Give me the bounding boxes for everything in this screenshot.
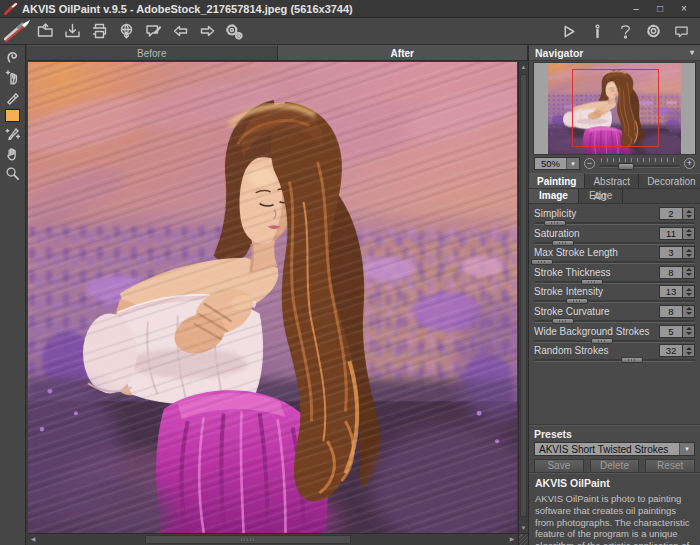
preset-selected-value: AKVIS Short Twisted Strokes bbox=[535, 444, 679, 455]
print-button[interactable] bbox=[86, 19, 113, 43]
zoom-controls: 50% ▾ − + bbox=[529, 155, 700, 171]
scroll-down-icon[interactable]: ▼ bbox=[519, 523, 528, 533]
redo-button[interactable] bbox=[194, 19, 221, 43]
slider-label: Saturation bbox=[534, 228, 659, 239]
import-from-web-button[interactable] bbox=[113, 19, 140, 43]
view-tabs: Before After bbox=[27, 45, 528, 61]
slider-value-box[interactable]: 13 bbox=[659, 285, 683, 298]
slider-track[interactable] bbox=[534, 319, 695, 324]
slider-value-box[interactable]: 5 bbox=[659, 325, 683, 338]
slider-handle[interactable] bbox=[544, 220, 566, 226]
zoom-in-button[interactable]: + bbox=[684, 158, 695, 169]
slider-label: Max Stroke Length bbox=[534, 247, 659, 258]
slider-track[interactable] bbox=[534, 299, 695, 304]
minimize-button[interactable]: – bbox=[624, 1, 648, 17]
slider-row-random-strokes: Random Strokes 32 bbox=[534, 344, 695, 364]
slider-spinner[interactable] bbox=[683, 246, 695, 259]
slider-handle[interactable] bbox=[552, 240, 574, 246]
slider-spinner[interactable] bbox=[683, 227, 695, 240]
slider-value-box[interactable]: 11 bbox=[659, 227, 683, 240]
save-button[interactable] bbox=[59, 19, 86, 43]
slider-track[interactable] bbox=[534, 339, 695, 344]
tab-before[interactable]: Before bbox=[27, 45, 278, 60]
scroll-left-icon[interactable]: ◀ bbox=[28, 534, 38, 545]
slider-row-stroke-curvature: Stroke Curvature 8 bbox=[534, 305, 695, 325]
collapse-caret-icon[interactable]: ▾ bbox=[690, 48, 694, 57]
window-title: AKVIS OilPaint v.9.5 - AdobeStock_217657… bbox=[22, 3, 353, 15]
tab-after[interactable]: After bbox=[278, 45, 529, 60]
slider-track[interactable] bbox=[534, 241, 695, 246]
slider-track[interactable] bbox=[534, 358, 695, 363]
save-preset-button[interactable]: Save bbox=[534, 459, 584, 473]
slider-handle[interactable] bbox=[552, 318, 574, 324]
slider-spinner[interactable] bbox=[683, 305, 695, 318]
feedback-icon[interactable] bbox=[670, 19, 692, 43]
maximize-button[interactable]: □ bbox=[648, 1, 672, 17]
toolbar-right-group bbox=[558, 19, 692, 43]
share-button[interactable] bbox=[140, 19, 167, 43]
slider-track[interactable] bbox=[534, 260, 695, 265]
slider-row-max-stroke-length: Max Stroke Length 3 bbox=[534, 246, 695, 266]
slider-row-stroke-intensity: Stroke Intensity 13 bbox=[534, 285, 695, 305]
preset-caret-icon[interactable]: ▾ bbox=[679, 443, 694, 455]
tab-image[interactable]: Image bbox=[529, 189, 579, 203]
delete-preset-button[interactable]: Delete bbox=[590, 459, 640, 473]
tab-abstract-art[interactable]: Abstract Art bbox=[585, 173, 639, 188]
vertical-scroll-thumb[interactable] bbox=[520, 74, 527, 517]
slider-spinner[interactable] bbox=[683, 285, 695, 298]
image-canvas[interactable] bbox=[28, 62, 517, 533]
slider-track[interactable] bbox=[534, 280, 695, 285]
preset-dropdown[interactable]: AKVIS Short Twisted Strokes ▾ bbox=[534, 442, 695, 456]
batch-processing-button[interactable] bbox=[221, 19, 248, 43]
zoom-select[interactable]: 50% ▾ bbox=[534, 157, 580, 170]
slider-handle[interactable] bbox=[621, 357, 643, 363]
zoom-handle[interactable] bbox=[618, 163, 634, 170]
stroke-direction-tool-icon[interactable] bbox=[3, 49, 23, 66]
zoom-out-button[interactable]: − bbox=[584, 158, 595, 169]
hand-tool-icon[interactable] bbox=[3, 145, 23, 162]
navigator-view-box[interactable] bbox=[572, 69, 659, 147]
tab-decoration[interactable]: Decoration bbox=[639, 173, 700, 188]
vertical-scrollbar[interactable]: ▲ ▼ bbox=[518, 62, 528, 533]
slider-handle[interactable] bbox=[531, 259, 553, 265]
slider-spinner[interactable] bbox=[683, 207, 695, 220]
slider-handle[interactable] bbox=[581, 279, 603, 285]
horizontal-scroll-thumb[interactable] bbox=[145, 535, 350, 544]
zoom-slider[interactable] bbox=[599, 157, 680, 169]
run-button[interactable] bbox=[558, 19, 580, 43]
zoom-tool-icon[interactable] bbox=[3, 165, 23, 182]
tab-edge[interactable]: Edge bbox=[579, 189, 623, 203]
scroll-right-icon[interactable]: ▶ bbox=[507, 534, 517, 545]
navigator-thumbnail[interactable] bbox=[533, 62, 696, 155]
preferences-gear-icon[interactable] bbox=[642, 19, 664, 43]
slider-spinner[interactable] bbox=[683, 325, 695, 338]
tab-painting[interactable]: Painting bbox=[529, 173, 585, 188]
slider-value-box[interactable]: 2 bbox=[659, 207, 683, 220]
blur-tool-icon[interactable] bbox=[3, 89, 23, 106]
smudge-tool-icon[interactable] bbox=[3, 69, 23, 86]
help-icon[interactable] bbox=[614, 19, 636, 43]
zoom-caret-icon[interactable]: ▾ bbox=[566, 158, 579, 169]
slider-value-box[interactable]: 32 bbox=[659, 344, 683, 357]
slider-track[interactable] bbox=[534, 221, 695, 226]
horizontal-scrollbar[interactable]: ◀ ▶ bbox=[28, 533, 517, 545]
slider-value-box[interactable]: 8 bbox=[659, 266, 683, 279]
color-swatch[interactable] bbox=[5, 109, 20, 122]
akvis-brush-logo-icon bbox=[4, 19, 32, 43]
slider-value-box[interactable]: 3 bbox=[659, 246, 683, 259]
slider-value-box[interactable]: 8 bbox=[659, 305, 683, 318]
info-icon[interactable] bbox=[586, 19, 608, 43]
undo-button[interactable] bbox=[167, 19, 194, 43]
slider-handle[interactable] bbox=[566, 298, 588, 304]
zoom-ticks bbox=[601, 158, 678, 162]
scroll-up-icon[interactable]: ▲ bbox=[519, 62, 528, 72]
slider-spinner[interactable] bbox=[683, 344, 695, 357]
close-button[interactable]: × bbox=[672, 1, 696, 17]
sub-tabs: Image Edge bbox=[529, 189, 700, 204]
slider-row-simplicity: Simplicity 2 bbox=[534, 207, 695, 227]
slider-spinner[interactable] bbox=[683, 266, 695, 279]
reset-preset-button[interactable]: Reset bbox=[645, 459, 695, 473]
slider-handle[interactable] bbox=[591, 338, 613, 344]
open-button[interactable] bbox=[32, 19, 59, 43]
history-brush-tool-icon[interactable] bbox=[3, 125, 23, 142]
